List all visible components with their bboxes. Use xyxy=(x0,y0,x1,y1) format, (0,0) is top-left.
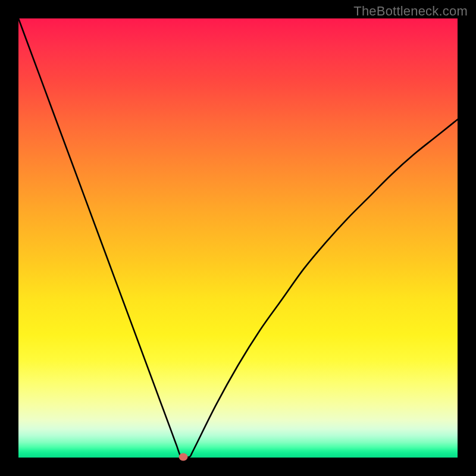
plot-area xyxy=(18,18,458,458)
chart-frame: TheBottleneck.com xyxy=(0,0,476,476)
watermark-text: TheBottleneck.com xyxy=(353,4,468,19)
curve-minimum-marker xyxy=(178,453,187,461)
bottleneck-curve xyxy=(18,18,458,458)
